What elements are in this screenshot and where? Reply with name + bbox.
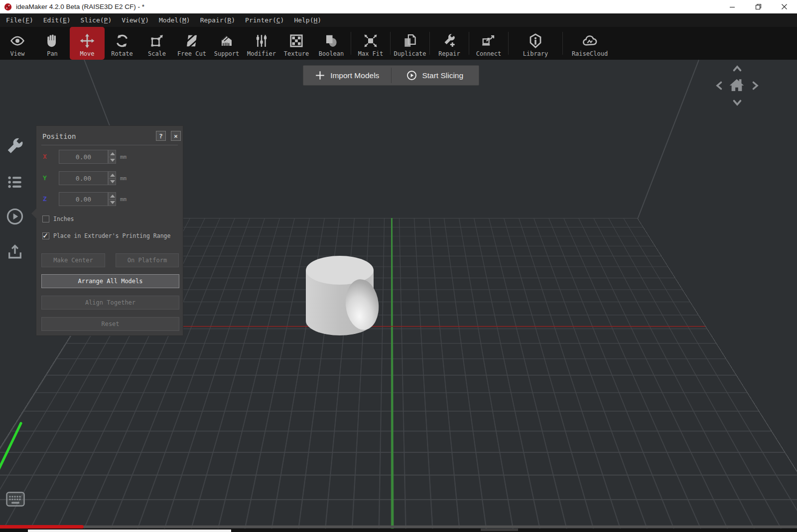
toolbar-label-pan: Pan xyxy=(47,50,58,57)
checkbox-inches[interactable] xyxy=(42,215,49,222)
window-title: ideaMaker 4.2.0 Beta (RAISE3D E2 CF) - * xyxy=(16,3,144,10)
spinner-up-icon[interactable] xyxy=(109,150,116,157)
hand-icon xyxy=(45,33,60,48)
menu-item-repair[interactable]: Repair(R) xyxy=(197,14,239,26)
arrange-all-models-button[interactable]: Arrange All Models xyxy=(41,274,179,288)
window-controls xyxy=(719,0,797,13)
reset-button[interactable]: Reset xyxy=(41,317,179,331)
sidebar-tool-slice-panel[interactable] xyxy=(6,208,24,225)
toolbar-label-connect: Connect xyxy=(476,50,502,57)
cloud-icon xyxy=(582,33,597,48)
toolbar-button-duplicate[interactable]: Duplicate xyxy=(393,27,427,60)
view-nav-home-view[interactable] xyxy=(728,76,746,94)
toolbar-button-repair[interactable]: Repair xyxy=(432,27,467,60)
toolbar-label-duplicate: Duplicate xyxy=(394,50,426,57)
hexagon-info-icon xyxy=(528,33,543,48)
toolbar-button-support[interactable]: Support xyxy=(209,27,244,60)
toolbar-button-pan[interactable]: Pan xyxy=(35,27,70,60)
rotate-icon xyxy=(115,33,130,48)
plate-y-center-line xyxy=(391,218,394,532)
view-nav-cluster xyxy=(709,60,764,109)
onscreen-keyboard-button[interactable] xyxy=(6,492,25,507)
dialog-help-button[interactable]: ? xyxy=(156,131,166,141)
axis-input-z[interactable] xyxy=(59,192,108,206)
axis-input-y[interactable] xyxy=(59,171,108,185)
toolbar-button-connect[interactable]: Connect xyxy=(471,27,506,60)
menu-item-model[interactable]: Model(M) xyxy=(155,14,194,26)
toolbar-button-view[interactable]: View xyxy=(0,27,35,60)
position-dialog: Position ? × XmmYmmZmm InchesPlace in Ex… xyxy=(36,125,183,336)
view-nav-rotate-up[interactable] xyxy=(731,63,743,75)
menu-item-help[interactable]: Help(H) xyxy=(290,14,325,26)
axis-input-x[interactable] xyxy=(59,150,108,164)
toolbar-label-raisecloud: RaiseCloud xyxy=(572,50,608,57)
toolbar-button-library[interactable]: Library xyxy=(511,27,560,60)
toolbar-button-move[interactable]: Move xyxy=(70,27,105,60)
sidebar-tool-export-panel[interactable] xyxy=(6,243,23,260)
toolbar-button-max-fit[interactable]: Max Fit xyxy=(353,27,388,60)
menu-item-view[interactable]: View(V) xyxy=(118,14,152,26)
menu-item-edit[interactable]: Edit(E) xyxy=(40,14,74,26)
toolbar-label-view: View xyxy=(10,50,25,57)
import-models-label: Import Models xyxy=(330,71,379,80)
title-bar: ideaMaker 4.2.0 Beta (RAISE3D E2 CF) - * xyxy=(0,0,797,13)
checker-icon xyxy=(289,33,304,48)
toolbar-label-move: Move xyxy=(80,50,95,57)
start-slicing-button[interactable]: Start Slicing xyxy=(392,66,479,85)
spinner-up-icon[interactable] xyxy=(109,172,116,178)
sidebar-tool-adjust-panel[interactable] xyxy=(5,137,25,157)
toolbar-label-repair: Repair xyxy=(438,50,460,57)
dialog-close-button[interactable]: × xyxy=(171,131,181,141)
import-models-button[interactable]: Import Models xyxy=(303,66,391,85)
toolbar-button-rotate[interactable]: Rotate xyxy=(105,27,139,60)
checkbox-label-place-in-range: Place in Extruder's Printing Range xyxy=(53,232,170,239)
toolbar-button-texture[interactable]: Texture xyxy=(279,27,314,60)
restore-button[interactable] xyxy=(745,0,771,13)
spinner-down-icon[interactable] xyxy=(109,157,116,164)
checkbox-row-inches: Inches xyxy=(42,215,74,222)
toolbar-button-modifier[interactable]: Modifier xyxy=(244,27,279,60)
viewport-3d[interactable]: Import Models Start Slicing Position ? ×… xyxy=(0,60,797,532)
toolbar-divider xyxy=(351,32,351,55)
toolbar-divider xyxy=(562,32,563,55)
menu-item-slice[interactable]: Slice(P) xyxy=(77,14,116,26)
close-button[interactable] xyxy=(771,0,797,13)
plus-icon xyxy=(315,70,325,81)
eye-icon xyxy=(10,33,25,48)
axis-spinner-z xyxy=(108,192,116,206)
toolbar-divider xyxy=(508,32,509,55)
axis-row-z: Zmm xyxy=(36,192,183,206)
action-bar: Import Models Start Slicing xyxy=(303,65,479,86)
dialog-pointer xyxy=(31,209,36,218)
toolbar: ViewPanMoveRotateScaleFree CutSupportMod… xyxy=(0,27,797,60)
toolbar-button-boolean[interactable]: Boolean xyxy=(314,27,349,60)
on-platform-button[interactable]: On Platform xyxy=(116,253,179,267)
toolbar-button-scale[interactable]: Scale xyxy=(139,27,174,60)
toolbar-button-free-cut[interactable]: Free Cut xyxy=(174,27,209,60)
menu-item-printer[interactable]: Printer(C) xyxy=(242,14,287,26)
minimize-button[interactable] xyxy=(719,0,745,13)
taskbar-sliver-2 xyxy=(481,529,518,531)
start-slicing-label: Start Slicing xyxy=(422,71,463,80)
progress-bar-track xyxy=(0,526,797,528)
checkbox-place-in-range[interactable] xyxy=(42,232,49,239)
view-nav-rotate-down[interactable] xyxy=(731,97,743,108)
checkbox-label-inches: Inches xyxy=(53,215,74,222)
menu-item-file[interactable]: File(F) xyxy=(2,14,37,26)
view-nav-rotate-left[interactable] xyxy=(713,80,725,92)
toolbar-button-raisecloud[interactable]: RaiseCloud xyxy=(565,27,615,60)
view-nav-rotate-right[interactable] xyxy=(749,80,761,92)
axis-unit-z: mm xyxy=(120,196,127,203)
menu-bar: File(F)Edit(E)Slice(P)View(V)Model(M)Rep… xyxy=(0,13,797,27)
spinner-up-icon[interactable] xyxy=(109,193,116,199)
taskbar-sliver xyxy=(28,530,231,532)
wrench-plus-icon xyxy=(442,33,457,48)
play-circle-icon xyxy=(406,70,417,81)
spinner-down-icon[interactable] xyxy=(109,178,116,185)
sidebar-tool-model-list-panel[interactable] xyxy=(6,174,23,191)
connect-device-icon xyxy=(481,33,496,48)
spinner-down-icon[interactable] xyxy=(109,199,116,206)
align-together-button[interactable]: Align Together xyxy=(41,296,179,310)
make-center-button[interactable]: Make Center xyxy=(41,253,105,267)
toolbar-label-texture: Texture xyxy=(284,50,309,57)
